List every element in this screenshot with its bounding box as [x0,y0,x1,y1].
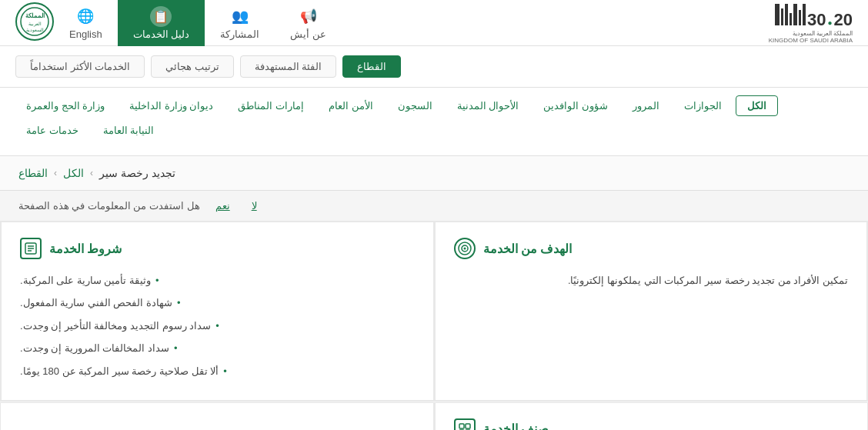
breadcrumb: تجديد رخصة سير › الكل › القطاع [0,156,868,190]
svg-text:المملكة: المملكة [25,12,45,19]
service-goal-body: تمكين الأفراد من تجديد رخصة سير المركبات… [454,272,849,289]
filter-bar: القطاع الفئة المستهدفة ترتيب هجائي الخدم… [0,46,868,88]
header: 20 ● 30 المملكة العربية السعودية KINGDOM… [0,0,868,46]
service-goal-icon [454,238,476,259]
conditions-list: وثيقة تأمين سارية على المركبة. شهادة الف… [20,272,415,380]
service-conditions-icon [20,238,42,259]
breadcrumb-sector-link[interactable]: القطاع [18,167,48,179]
service-goal-title: الهدف من الخدمة [454,238,849,259]
condition-item: وثيقة تأمين سارية على المركبة. [20,272,415,289]
brand-subtitle2: KINGDOM OF SAUDI ARABIA [769,37,853,44]
service-conditions-body: وثيقة تأمين سارية على المركبة. شهادة الف… [20,272,415,380]
service-guide-icon: 📋 [150,6,172,27]
condition-item: شهادة الفحص الفني سارية المفعول. [20,294,415,312]
categories-section: الكل الجوازات المرور شؤون الوافدين الأحو… [0,88,868,156]
categories-row2: النيابة العامة خدمات عامة [15,121,853,140]
cat-expatriates[interactable]: شؤون الوافدين [532,95,619,116]
condition-item: سداد رسوم التجديد ومخالفة التأخير إن وجد… [20,317,415,335]
feedback-no-btn[interactable]: لا [245,198,263,213]
condition-item: سداد المخالفات المرورية إن وجدت. [20,339,415,357]
cat-general-services[interactable]: خدمات عامة [15,121,89,140]
header-nav: 📢 عن أيش 👥 المشاركة 📋 دليل الخدمات 🌐 Eng… [54,0,342,46]
gov-logo: المملكة العربية السعودية [15,2,54,43]
service-classification-icon [454,418,476,430]
service-classification-card: صنف الخدمة [435,402,869,430]
breadcrumb-sep1: › [54,168,57,178]
brand-dot: ● [827,18,832,27]
svg-text:العربية: العربية [28,22,42,27]
barcode-icon [775,2,806,25]
breadcrumb-sep2: › [90,168,93,178]
brand-year: 20 [834,10,853,30]
nav-english[interactable]: 🌐 English [54,0,118,46]
nav-participation[interactable]: 👥 المشاركة [205,0,275,46]
service-conditions-card: شروط الخدمة وثيقة تأمين سارية على المركب… [1,222,434,401]
feedback-bar: لا نعم هل استفدت من المعلومات في هذه الص… [0,191,868,221]
cards-row-2: صنف الخدمة [0,402,868,430]
service-conditions-title: شروط الخدمة [20,238,415,259]
nav-service-guide-label: دليل الخدمات [133,28,190,40]
cat-public-security[interactable]: الأمن العام [318,95,384,116]
condition-item: ألا تقل صلاحية رخصة سير المركبة عن 180 ي… [20,362,415,380]
brand-subtitle: المملكة العربية السعودية [793,30,853,37]
nav-participation-label: المشاركة [220,28,259,40]
svg-rect-13 [466,424,470,428]
brand-year2: 30 [807,10,826,30]
breadcrumb-page-title: تجديد رخصة سير [99,167,175,179]
categories-row1: الكل الجوازات المرور شؤون الوافدين الأحو… [15,95,853,116]
cat-passports[interactable]: الجوازات [673,95,733,116]
feedback-yes-btn[interactable]: نعم [209,198,236,213]
cat-traffic[interactable]: المرور [622,95,670,116]
header-logo-section: 20 ● 30 المملكة العربية السعودية KINGDOM… [761,2,853,44]
svg-point-7 [463,248,466,250]
cards-row-1: الهدف من الخدمة تمكين الأفراد من تجديد ر… [0,221,868,402]
nav-about[interactable]: 📢 عن أيش [275,0,342,46]
cat-civil-affairs[interactable]: الأحوال المدنية [446,95,530,116]
svg-text:السعودية: السعودية [26,28,44,33]
empty-card [0,402,434,430]
nav-english-label: English [69,28,102,40]
filter-most-used[interactable]: الخدمات الأكثر استخداماً [15,55,145,78]
cat-prosecution[interactable]: النيابة العامة [92,121,165,140]
cat-emirates[interactable]: إمارات المناطق [227,95,315,116]
filter-alphabetical[interactable]: ترتيب هجائي [151,55,234,78]
feedback-question: هل استفدت من المعلومات في هذه الصفحة [18,200,200,212]
cat-all[interactable]: الكل [736,95,778,116]
svg-rect-12 [459,424,464,428]
service-classification-title: صنف الخدمة [454,418,850,430]
english-icon: 🌐 [75,6,96,27]
cat-ministry-interior[interactable]: ديوان وزارة الداخلية [119,95,224,116]
breadcrumb-all-link[interactable]: الكل [63,167,84,179]
nav-about-label: عن أيش [290,28,326,40]
cat-haj-umrah[interactable]: وزارة الحج والعمرة [15,95,115,116]
participation-icon: 👥 [229,6,251,27]
service-goal-card: الهدف من الخدمة تمكين الأفراد من تجديد ر… [435,222,868,401]
nav-service-guide[interactable]: 📋 دليل الخدمات [118,0,205,46]
saudi-2030-brand: 20 ● 30 المملكة العربية السعودية KINGDOM… [769,2,853,44]
filter-sector[interactable]: القطاع [342,55,401,78]
about-icon: 📢 [298,6,319,27]
filter-target-group[interactable]: الفئة المستهدفة [240,55,337,78]
cat-prisons[interactable]: السجون [387,95,443,116]
